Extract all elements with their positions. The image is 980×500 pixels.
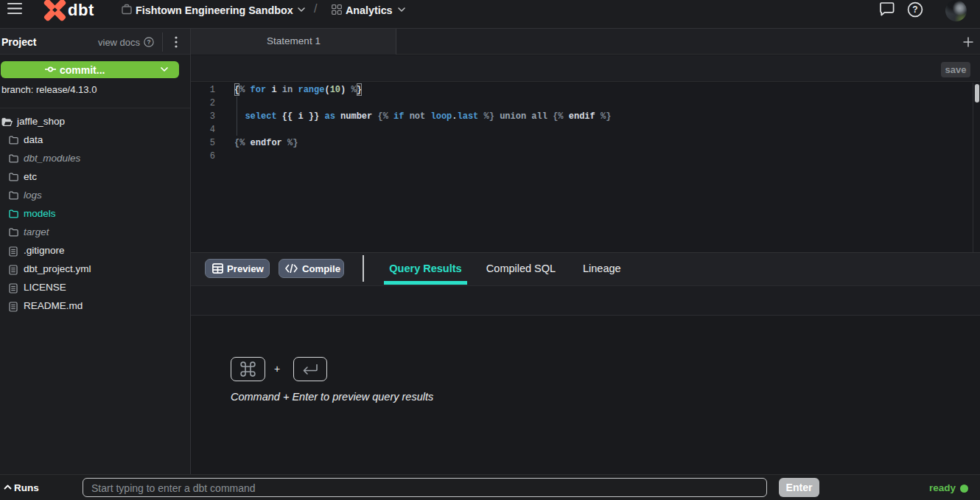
svg-text:?: ? — [147, 38, 150, 46]
svg-text:?: ? — [912, 4, 917, 15]
